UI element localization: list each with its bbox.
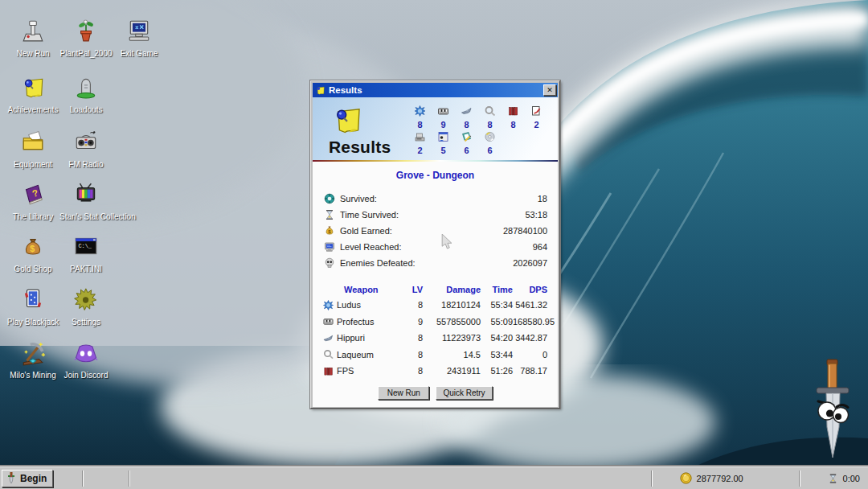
gold-bag-icon: $ [323, 225, 336, 236]
desktop-icon-the-library[interactable]: ? The Library [6, 181, 59, 223]
weapon-lv: 9 [403, 317, 423, 327]
item-count: 8 [481, 120, 498, 129]
weapon-name: FPS [337, 366, 354, 376]
desktop-icon-label: Join Discord [63, 371, 108, 380]
svg-text:$: $ [30, 244, 35, 253]
terminal-icon: C:\_ [59, 233, 113, 261]
results-titlebar[interactable]: Results ✕ [313, 83, 558, 97]
weapon-dps: 3442.87 [513, 333, 547, 343]
desktop-icon-new-run[interactable]: New Run [6, 18, 59, 60]
item-count: 9 [435, 120, 452, 129]
weapon-name: Profectus [337, 317, 374, 327]
hippuri-icon [461, 105, 473, 117]
gold-amount: 2877792.00 [697, 474, 743, 483]
desktop-icon-plantpal[interactable]: PlantPal_2000 [59, 18, 113, 60]
begin-sword-icon [6, 472, 17, 484]
joystick-icon [6, 18, 59, 45]
pickaxe-icon [6, 339, 59, 367]
quick-retry-button[interactable]: Quick Retry [436, 386, 492, 400]
desktop-icon-exit-game[interactable]: Exit Game [113, 18, 166, 60]
mouse-cursor [441, 234, 452, 250]
desktop-icon-settings[interactable]: Settings [59, 286, 113, 328]
col-time: Time [481, 285, 513, 294]
hourglass-icon [828, 473, 838, 484]
item-count: 8 [458, 120, 475, 129]
skull-icon [323, 257, 336, 269]
ludus-icon [323, 300, 334, 310]
results-content: Grove - Dungeon Survived: 18 Time Surviv… [313, 162, 558, 407]
weapon-lv: 8 [403, 350, 423, 360]
desktop-icon-fm-radio[interactable]: FM Radio [59, 129, 113, 171]
item-count: 6 [481, 146, 498, 155]
weapon-time: 51:26 [481, 366, 513, 376]
sword-mascot [807, 359, 858, 468]
weapon-time: 54:20 [481, 333, 513, 343]
computer-icon [113, 18, 166, 45]
desktop-icon-join-discord[interactable]: Join Discord [59, 339, 113, 381]
col-dps: DPS [513, 285, 547, 294]
cd-icon [484, 131, 496, 142]
hourglass-icon [323, 209, 336, 220]
desktop-icon-equipment[interactable]: Equipment [6, 129, 59, 171]
item-count: 6 [458, 146, 475, 155]
weapon-table-header: Weapon LV Damage Time DPS [323, 281, 547, 297]
laqueum-icon [323, 349, 334, 360]
window-title: Results [329, 85, 543, 95]
register-icon [414, 131, 426, 142]
folder-icon [6, 129, 59, 156]
item-count: 2 [411, 146, 428, 155]
stat-row-time-survived: Time Survived: 53:18 [323, 207, 547, 223]
desktop-icon-play-blackjack[interactable]: Play Blackjack [6, 286, 59, 328]
desktop-icon-label: Stan's Stat Collection [59, 212, 136, 221]
begin-button[interactable]: Begin [2, 470, 53, 487]
weapon-name: Ludus [337, 300, 361, 310]
weapon-dps: 0 [513, 350, 547, 360]
session-time: 0:00 [843, 474, 860, 483]
weapon-table: Weapon LV Damage Time DPS Ludus 8 182101… [323, 281, 547, 380]
item-count: 2 [528, 120, 545, 129]
desktop-icon-label: PlantPal_2000 [59, 49, 112, 58]
svg-text:C:\_: C:\_ [78, 243, 92, 249]
weapon-lv: 8 [403, 333, 423, 343]
desktop-icon-pakt-ini[interactable]: C:\_ PAKT.INI [59, 233, 113, 275]
person-window-icon [437, 131, 449, 142]
desktop-icon-label: FM Radio [68, 160, 103, 169]
mystery-book-icon: ? [6, 181, 59, 208]
gear-icon [59, 286, 113, 314]
new-run-button[interactable]: New Run [378, 386, 429, 400]
card-weapon-icon [530, 105, 542, 117]
stat-row-gold-earned: $ Gold Earned: 287840100 [323, 223, 547, 239]
tv-icon [59, 181, 113, 208]
results-note-icon-large [329, 104, 366, 137]
weapon-lv: 8 [403, 300, 423, 310]
weapon-dps: 788.17 [513, 366, 547, 376]
close-button[interactable]: ✕ [543, 84, 556, 96]
results-header-title: Results [329, 138, 391, 157]
stat-value: 18 [538, 194, 547, 203]
fps-icon [323, 366, 334, 376]
desktop-icon-achievements[interactable]: Achievements [6, 74, 59, 116]
desktop-icon-label: Gold Shop [14, 265, 51, 273]
stat-value: 53:18 [525, 210, 547, 220]
desktop-icon-gold-shop[interactable]: $ Gold Shop [6, 233, 59, 275]
weapon-damage: 2431911 [423, 366, 481, 376]
tray-separator [799, 471, 800, 487]
profectus-icon [323, 316, 334, 327]
gold-tray: 2877792.00 [680, 472, 776, 484]
coin-icon [680, 472, 692, 484]
monitor-icon [323, 241, 336, 253]
desktop-icon-stat-collection[interactable]: Stan's Stat Collection [59, 181, 113, 223]
weapon-name: Laqueum [337, 350, 374, 360]
desktop-icon-label: PAKT.INI [70, 265, 102, 273]
col-damage: Damage [423, 285, 481, 294]
money-bag-icon: $ [6, 233, 59, 261]
desktop-icon-loadouts[interactable]: Loadouts [59, 74, 113, 116]
weapon-dps: 5461.32 [513, 300, 547, 310]
desktop-icon-label: New Run [16, 49, 49, 58]
desktop-icon-label: Milo's Mining [10, 371, 55, 380]
potted-plant-icon [59, 18, 113, 45]
fps-icon [507, 105, 519, 117]
notepad-icon [461, 131, 473, 142]
gravestone-icon [59, 74, 113, 101]
desktop-icon-milos-mining[interactable]: Milo's Mining [6, 339, 59, 381]
